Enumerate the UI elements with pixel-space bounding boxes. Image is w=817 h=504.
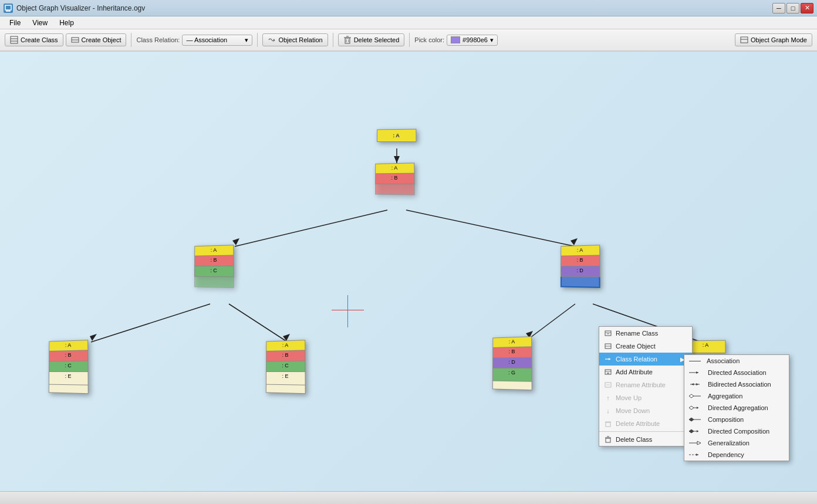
create-object-icon [71,36,79,44]
ctx-rename-attribute: Rename Attribute [599,378,692,391]
toolbar-right: Object Graph Mode [735,33,812,46]
color-picker-button[interactable]: #9980e6 ▾ [447,35,498,46]
object-graph-mode-icon [740,36,748,44]
ctx-move-up: ↑ Move Up [599,391,692,404]
submenu-association[interactable]: Association [684,355,789,367]
svg-marker-18 [394,156,400,163]
ctx-add-attribute-icon [604,368,612,376]
rename-class-icon [604,329,612,337]
class-node-right-mid[interactable]: : A : B : D [561,245,600,288]
bidirected-association-icon [689,381,702,387]
svg-rect-0 [5,5,11,10]
class-relation-dropdown[interactable]: — Association ▾ [182,35,252,46]
maximize-button[interactable]: □ [786,3,799,13]
directed-composition-icon [689,428,702,434]
object-graph-mode-button[interactable]: Object Graph Mode [735,33,812,46]
submenu-directed-composition[interactable]: Directed Composition [684,425,789,437]
toolbar: Create Class Create Object Class Relatio… [0,29,817,52]
generalization-icon [689,440,702,446]
ctx-delete-class[interactable]: Delete Class [599,433,692,446]
svg-marker-54 [689,394,694,398]
submenu-directed-aggregation[interactable]: Directed Aggregation [684,402,789,414]
submenu-aggregation[interactable]: Aggregation [684,390,789,402]
class-node-right-low[interactable]: : A : B : D : G [492,336,532,390]
svg-marker-62 [697,430,698,432]
color-swatch [451,36,460,43]
svg-rect-10 [345,38,350,43]
svg-marker-64 [697,441,701,445]
svg-marker-51 [691,383,694,385]
pick-color-label: Pick color: [414,36,444,43]
class-name-section: : A [377,129,417,143]
submenu-composition[interactable]: Composition [684,414,789,425]
submenu-generalization[interactable]: Generalization [684,437,789,449]
ctx-add-attribute[interactable]: Add Attribute [599,366,692,378]
svg-rect-4 [11,36,18,43]
svg-line-19 [235,210,387,246]
directed-aggregation-icon [689,405,702,411]
class-section-b2 [375,184,415,195]
svg-marker-49 [696,371,698,374]
ctx-rename-class[interactable]: Rename Class [599,327,692,340]
svg-rect-15 [741,37,748,43]
create-object-button[interactable]: Create Object [66,33,127,46]
title-bar: Object Graph Visualizer - Inheritance.og… [0,0,817,16]
menu-file[interactable]: File [5,18,25,28]
ctx-move-down: ↓ Move Down [599,404,692,417]
svg-line-21 [406,210,575,246]
class-node-mid[interactable]: : A : B [375,163,415,195]
svg-rect-30 [605,331,611,336]
window-controls: ─ □ ✕ [772,3,813,13]
close-button[interactable]: ✕ [801,3,813,13]
svg-rect-45 [606,438,610,442]
submenu-directed-association[interactable]: Directed Association [684,367,789,378]
color-value-label: #9980e6 [462,36,488,43]
svg-line-27 [528,304,575,339]
svg-marker-57 [697,407,698,409]
submenu-class-relation: Association Directed Association Bidirec… [684,354,789,461]
class-node-left-mid[interactable]: : A : B : C [194,245,234,288]
ctx-rename-attribute-icon [604,381,612,389]
class-relation-label: Class Relation: [136,36,180,43]
ctx-create-object[interactable]: Create Object [599,340,692,353]
delete-selected-button[interactable]: Delete Selected [338,33,405,46]
association-line-icon [689,361,701,361]
separator-2 [257,33,258,47]
ctx-move-down-icon: ↓ [604,407,612,415]
menu-bar: File View Help [0,16,817,29]
svg-marker-52 [696,383,698,385]
delete-icon [343,36,352,44]
class-section-b: : B [375,174,414,184]
ctx-create-object-icon [604,342,612,350]
chevron-down-icon: ▾ [245,36,248,44]
separator-3 [333,33,333,47]
object-relation-button[interactable]: Object Relation [262,33,328,46]
submenu-bidirected-association[interactable]: Bidirected Association [684,378,789,390]
object-relation-icon [268,36,276,44]
svg-marker-36 [609,358,610,360]
class-node-top[interactable]: : A [377,129,417,143]
svg-marker-56 [689,406,694,410]
create-class-icon [10,36,18,44]
class-node-mid-low[interactable]: : A : B : C : E [266,340,306,394]
ctx-delete-attribute: Delete Attribute [599,417,692,430]
svg-line-23 [91,304,210,342]
menu-view[interactable]: View [28,18,52,28]
class-section-name: : A [375,163,414,174]
svg-marker-61 [689,429,694,433]
directed-association-icon [689,370,702,376]
submenu-dependency[interactable]: Dependency [684,449,789,461]
class-node-left-low[interactable]: : A : B : C : E [49,340,89,394]
ctx-move-up-icon: ↑ [604,394,612,402]
pick-color-group: Pick color: #9980e6 ▾ [414,35,498,46]
context-menu: Rename Class Create Object Class Relatio… [599,326,693,447]
minimize-button[interactable]: ─ [772,3,785,13]
canvas-area[interactable]: : A : A : B : A : B : C : A : B : D : A … [0,52,817,491]
dependency-icon [689,452,702,458]
menu-help[interactable]: Help [55,18,79,28]
svg-rect-43 [606,422,610,427]
separator-1 [131,33,131,47]
ctx-class-relation[interactable]: Class Relation ▶ [599,353,692,366]
svg-marker-59 [689,418,694,421]
create-class-button[interactable]: Create Class [5,33,63,46]
